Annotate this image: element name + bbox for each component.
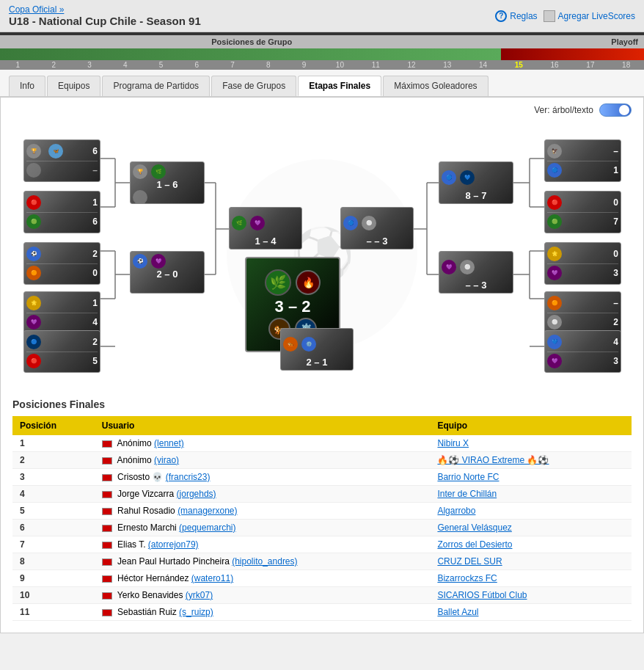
user-link[interactable]: (francris23) [166, 472, 211, 482]
num-16: 16 [537, 61, 573, 69]
num-6: 6 [179, 61, 215, 69]
user-link[interactable]: (atorrejon79) [148, 539, 199, 550]
user-name: Jorge Vizcarra [117, 489, 176, 499]
team-badge: ⚙️ [301, 337, 316, 352]
team-badge: 🌿 [232, 216, 246, 230]
score-display: 2 – 1 [283, 357, 351, 368]
score-display: 1 – 4 [232, 236, 299, 247]
user-link[interactable]: (yrk07) [186, 590, 213, 600]
match-qf-left-bottom: ⚽ 💜 2 – 0 [130, 251, 205, 294]
flag-icon [102, 440, 112, 448]
team-badge: ⚪ [547, 315, 562, 329]
match-sf-right: 🔵 ⚪ – – 3 [340, 207, 414, 250]
user-link[interactable]: (watero11) [191, 573, 233, 583]
score: 2 [613, 317, 618, 327]
cell-usuario: Rahul Rosadio (managerxone) [95, 503, 431, 520]
tab-programa[interactable]: Programa de Partidos [102, 76, 210, 96]
user-link[interactable]: (pequemarchi) [179, 522, 235, 533]
cell-equipo: Inter de Chillán [430, 486, 632, 503]
team-link[interactable]: Barrio Norte FC [437, 472, 499, 482]
user-link[interactable]: (managerxone) [178, 506, 237, 516]
user-name: Ernesto Marchi [117, 522, 179, 533]
score: – [92, 165, 98, 175]
team-badge [26, 163, 41, 178]
user-name: Anónimo [117, 455, 154, 465]
user-link[interactable]: (virao) [154, 455, 179, 465]
team-badge: ⚽ [26, 247, 41, 261]
cell-equipo: Barrio Norte FC [430, 469, 632, 486]
score: 4 [613, 337, 618, 347]
flag-icon [102, 542, 112, 549]
cell-pos: 7 [12, 536, 95, 553]
col-usuario: Usuario [95, 416, 431, 435]
cell-pos: 2 [12, 452, 95, 469]
top-bar-left: Copa Oficial » U18 - National Cup Chile … [9, 4, 201, 27]
table-row: 9 Héctor Hernández (watero11) Bizarrockz… [12, 570, 632, 587]
user-name: Jean Paul Hurtado Pincheira [117, 556, 232, 567]
tab-fase-grupos[interactable]: Fase de Grupos [211, 76, 296, 96]
score: 2 [92, 249, 98, 259]
num-12: 12 [394, 61, 430, 69]
positions-table: Posición Usuario Equipo 1 Anónimo (lenne… [12, 416, 632, 621]
flag-icon [102, 508, 112, 515]
breadcrumb[interactable]: Copa Oficial » [9, 4, 201, 15]
score: – [613, 146, 618, 156]
cell-pos: 6 [12, 520, 95, 536]
bracket-area: ⚽ [1, 123, 643, 387]
cell-usuario: Crisosto 💀 (francris23) [95, 469, 431, 486]
match-r1-3: ⚽ 2 🟠 0 [23, 242, 100, 285]
team-badge: ⚽ [133, 254, 147, 269]
reglas-button[interactable]: ? Reglas [495, 10, 537, 22]
view-toggle-label: Ver: árbol/texto [534, 105, 593, 115]
team-link[interactable]: CRUZ DEL SUR [437, 556, 502, 567]
score: 5 [92, 356, 98, 366]
team-link[interactable]: Inter de Chillán [437, 489, 497, 499]
team-link[interactable]: Zorros del Desierto [437, 539, 512, 550]
num-15: 15 [501, 61, 537, 69]
livescores-button[interactable]: Agregar LiveScores [544, 10, 635, 22]
final-badge1: 🌿 [265, 269, 291, 296]
team-badge: 💜 [547, 354, 562, 368]
cell-pos: 5 [12, 503, 95, 520]
cell-usuario: Elias T. (atorrejon79) [95, 536, 431, 553]
user-name: Yerko Benavides [117, 590, 186, 600]
cell-usuario: Jorge Vizcarra (jorgehds) [95, 486, 431, 503]
top-bar-right: ? Reglas Agregar LiveScores [495, 10, 635, 22]
match-qf-right-top: 🔵 💙 8 – 7 [439, 161, 513, 204]
team-link[interactable]: Nibiru X [437, 438, 469, 448]
progress-numbers: 1 2 3 4 5 6 7 8 9 10 11 12 13 14 15 16 1… [0, 60, 644, 70]
team-badge: 🏆 [133, 164, 147, 179]
score-display: 8 – 7 [442, 190, 511, 201]
team-link[interactable]: Algarrobo [437, 506, 475, 516]
score: 0 [92, 268, 98, 278]
score: 7 [613, 216, 618, 227]
team-badge: 🟢 [547, 214, 562, 229]
flag-icon [102, 474, 112, 481]
num-10: 10 [322, 61, 358, 69]
user-link[interactable]: (jorgehds) [177, 489, 216, 499]
tab-maximos-goleadores[interactable]: Máximos Goleadores [383, 76, 488, 96]
tabs-container: Info Equipos Programa de Partidos Fase d… [0, 70, 644, 97]
cell-pos: 11 [12, 604, 95, 621]
cell-pos: 4 [12, 486, 95, 503]
team-badge: 🌿 [151, 164, 166, 179]
team-link[interactable]: SICARIOS Fútbol Club [437, 590, 527, 600]
team-badge: 🔵 [442, 170, 456, 185]
team-link[interactable]: Bizarrockzs FC [437, 573, 497, 583]
team-link[interactable]: Ballet Azul [437, 607, 478, 617]
tab-equipos[interactable]: Equipos [47, 76, 100, 96]
user-link[interactable]: (s_ruizp) [179, 607, 213, 617]
team-link[interactable]: 🔥⚽ VIRAO Extreme 🔥⚽ [437, 455, 549, 465]
team-link[interactable]: General Velásquez [437, 522, 511, 533]
progress-bar-container: Posiciones de Grupo Playoff 1 2 3 4 5 6 … [0, 32, 644, 70]
section-labels: Posiciones de Grupo Playoff [0, 35, 644, 48]
tab-etapas-finales[interactable]: Etapas Finales [298, 76, 381, 96]
score: 1 [92, 197, 98, 208]
user-link[interactable]: (lennet) [154, 438, 184, 448]
tab-info[interactable]: Info [9, 76, 45, 96]
user-link[interactable]: (hipolito_andres) [232, 556, 297, 567]
user-name: Héctor Hernández [117, 573, 191, 583]
view-toggle-switch[interactable] [599, 103, 632, 117]
num-5: 5 [143, 61, 179, 69]
cell-equipo: CRUZ DEL SUR [430, 553, 632, 570]
